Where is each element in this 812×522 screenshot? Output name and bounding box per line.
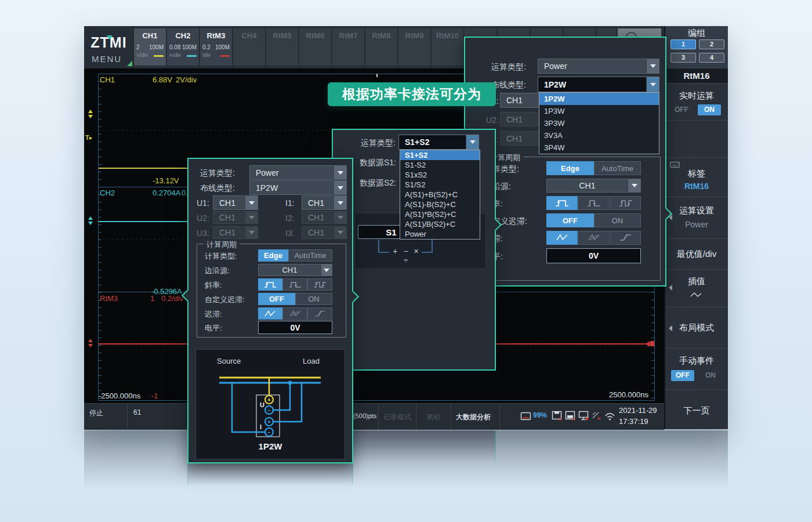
list-item[interactable]: 3P4W bbox=[539, 142, 659, 154]
hyst-large-button[interactable] bbox=[307, 307, 332, 320]
slope-fall-button[interactable] bbox=[578, 196, 610, 210]
wiring-type-list[interactable]: 1P2W 1P3W 3P3W 3V3A 3P4W bbox=[539, 92, 659, 154]
realtime-on-button[interactable]: ON bbox=[698, 104, 721, 115]
tab-rtm5[interactable]: RtM5 bbox=[266, 28, 299, 66]
dropdown-arrow-button[interactable] bbox=[321, 264, 332, 276]
sidebar-item-interpolation[interactable]: 插值 bbox=[665, 270, 728, 307]
wiring-type-combo[interactable]: 1P2W bbox=[538, 77, 659, 92]
tab-rtm6[interactable]: RtM6 bbox=[299, 28, 332, 66]
slope-rise-button[interactable] bbox=[546, 196, 578, 210]
edge-button[interactable]: Edge bbox=[258, 249, 288, 262]
hyst-on-button[interactable]: ON bbox=[594, 213, 641, 227]
ch1-position-marker[interactable] bbox=[87, 110, 93, 118]
list-item[interactable]: 1P2W bbox=[539, 93, 659, 105]
list-item[interactable]: 3V3A bbox=[539, 129, 659, 142]
level-field[interactable]: 0V bbox=[258, 321, 332, 334]
autotime-button[interactable]: AutoTime bbox=[288, 249, 332, 262]
hyst-medium-button[interactable] bbox=[282, 307, 307, 320]
u1-select[interactable]: CH1 bbox=[213, 195, 258, 210]
tab-ch4[interactable]: CH4 bbox=[233, 28, 266, 66]
hyst-large-button[interactable] bbox=[610, 231, 641, 245]
dropdown-arrow-button[interactable] bbox=[646, 77, 659, 92]
list-item[interactable]: A(S1)-B(S2)+C bbox=[400, 200, 480, 209]
list-item[interactable]: A(S1)*B(S2)+C bbox=[400, 209, 480, 219]
list-item[interactable]: S1-S2 bbox=[400, 160, 480, 170]
slope-both-button[interactable] bbox=[610, 196, 641, 210]
time-right-label: 2500.000ns bbox=[609, 390, 648, 399]
wiring-type-caption: 1P2W bbox=[196, 441, 345, 451]
tab-rtm10[interactable]: RtM10 bbox=[432, 28, 464, 66]
tab-ch1[interactable]: CH1 2100M V/div bbox=[134, 28, 166, 66]
rtm3-position-marker[interactable] bbox=[87, 339, 93, 347]
hyst-off-button[interactable]: OFF bbox=[258, 293, 295, 305]
list-item[interactable]: Power bbox=[400, 229, 480, 239]
i1-select[interactable]: CH1 bbox=[302, 195, 347, 210]
sidebar-item-layout-mode[interactable]: 布局模式 bbox=[665, 307, 728, 349]
tab-rtm8[interactable]: RtM8 bbox=[365, 28, 398, 66]
group-button-2[interactable]: 2 bbox=[699, 39, 724, 49]
list-item[interactable]: S1xS2 bbox=[400, 170, 480, 180]
dropdown-arrow-button[interactable] bbox=[334, 181, 346, 194]
slope-label: 斜率: bbox=[205, 280, 222, 291]
big-data-label[interactable]: 大数据分析 bbox=[456, 412, 491, 422]
operator-list[interactable]: S1+S2 S1-S2 S1xS2 S1/S2 A(S1)+B(S2)+C A(… bbox=[400, 150, 480, 240]
group-button-1[interactable]: 1 bbox=[670, 39, 696, 49]
slope-both-button[interactable] bbox=[307, 278, 332, 291]
tab-ch2[interactable]: CH2 0.08100M A/div bbox=[167, 28, 200, 66]
sidebar-item-manual-event[interactable]: 手动事件 OFF ON bbox=[665, 349, 728, 390]
ch2-position-marker[interactable] bbox=[87, 216, 93, 225]
ch2-label: CH2 bbox=[100, 188, 115, 197]
calc-type-select[interactable]: Power bbox=[538, 59, 659, 74]
realtime-off-button[interactable]: OFF bbox=[670, 104, 693, 115]
edge-source-label: 边沿源: bbox=[205, 266, 230, 276]
edge-source-select[interactable]: CH1 bbox=[546, 179, 641, 193]
calc-type-select[interactable]: Power bbox=[249, 165, 347, 180]
calc-type-label: 运算类型: bbox=[491, 62, 526, 72]
tab-rtm9[interactable]: RtM9 bbox=[398, 28, 431, 66]
wiring-type-select[interactable]: 1P2W bbox=[249, 180, 347, 195]
group-button-3[interactable]: 3 bbox=[670, 53, 696, 63]
edge-source-select[interactable]: CH1 bbox=[258, 264, 332, 276]
hyst-medium-button[interactable] bbox=[578, 231, 610, 245]
tab-rtm3[interactable]: RtM3 0.2100M /div bbox=[200, 28, 233, 66]
bottom-border bbox=[98, 400, 655, 401]
sidebar-item-best-div[interactable]: 最优值/div bbox=[665, 239, 728, 270]
list-item[interactable]: A(S1)+B(S2)+C bbox=[400, 190, 480, 200]
hyst-small-button[interactable] bbox=[546, 231, 578, 245]
dropdown-arrow-button[interactable] bbox=[245, 196, 258, 209]
hyst-small-button[interactable] bbox=[258, 307, 282, 320]
hyst-off-button[interactable]: OFF bbox=[546, 213, 594, 227]
sidebar-item-calc-settings[interactable]: 运算设置 Power bbox=[665, 197, 728, 239]
list-item[interactable]: 1P3W bbox=[539, 105, 659, 117]
hyst-on-button[interactable]: ON bbox=[295, 293, 332, 305]
u3-select: CH1 bbox=[500, 131, 544, 146]
tab-rtm7[interactable]: RtM7 bbox=[332, 28, 365, 66]
edge-button[interactable]: Edge bbox=[546, 161, 594, 175]
sidebar-item-next-page[interactable]: 下一页 bbox=[665, 390, 728, 429]
list-item[interactable]: S1+S2 bbox=[400, 150, 480, 160]
dropdown-arrow-button[interactable] bbox=[628, 179, 640, 192]
u1-select[interactable]: CH1 bbox=[500, 93, 544, 108]
sidebar-item-tag[interactable]: 标签 RtM16 bbox=[665, 158, 728, 197]
dropdown-arrow-button[interactable] bbox=[646, 59, 659, 73]
manual-on-button[interactable]: ON bbox=[699, 370, 722, 381]
group-button-4[interactable]: 4 bbox=[699, 53, 724, 63]
source-s1-label: 数据源S1: bbox=[360, 158, 396, 168]
level-field[interactable]: 0V bbox=[546, 248, 641, 263]
dropdown-arrow-button[interactable] bbox=[334, 166, 346, 179]
list-item[interactable]: S1/S2 bbox=[400, 180, 480, 190]
autotime-button[interactable]: AutoTime bbox=[594, 161, 641, 175]
sidebar-item-realtime-calc[interactable]: 实时运算 OFF ON bbox=[665, 84, 728, 121]
ch2-color-bar bbox=[187, 55, 197, 57]
dropdown-arrow-button[interactable] bbox=[334, 196, 346, 209]
operator-combo[interactable]: S1+S2 bbox=[398, 135, 479, 150]
trigger-marker[interactable]: T▸ bbox=[85, 134, 92, 142]
rtm3-label: RtM3 bbox=[100, 294, 118, 303]
manual-off-button[interactable]: OFF bbox=[671, 370, 694, 381]
dropdown-arrow-button[interactable] bbox=[466, 135, 478, 149]
list-item[interactable]: 3P3W bbox=[539, 117, 659, 129]
slope-fall-button[interactable] bbox=[282, 278, 307, 291]
list-item[interactable]: A(S1)/B(S2)+C bbox=[400, 219, 480, 229]
slope-rise-button[interactable] bbox=[258, 278, 282, 291]
menu-button[interactable]: MENU bbox=[84, 54, 129, 64]
